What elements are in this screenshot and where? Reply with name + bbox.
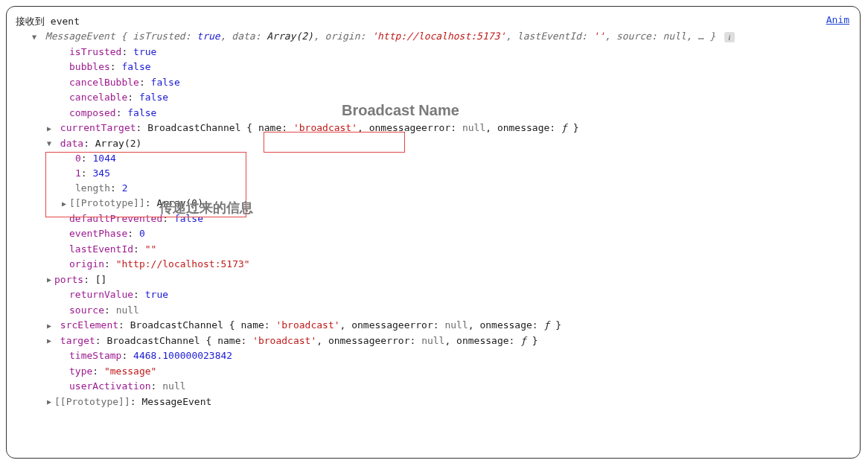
prop-row[interactable]: ▶timeStamp: 4468.100000023842 — [16, 348, 851, 364]
prop-row-ports[interactable]: ▶ports: [] — [16, 272, 851, 288]
disclosure-right-icon[interactable]: ▶ — [45, 333, 53, 348]
annotation-label-passed-info: 传递过来的信息 — [159, 199, 253, 217]
disclosure-down-icon[interactable]: ▼ — [31, 30, 38, 45]
prop-row[interactable]: ▶cancelBubble: false — [16, 75, 851, 91]
prop-row[interactable]: ▶returnValue: true — [16, 287, 851, 303]
prop-row-target[interactable]: ▶ target: BroadcastChannel { name: 'broa… — [16, 333, 851, 349]
prop-row[interactable]: ▶origin: "http://localhost:5173" — [16, 257, 851, 272]
prototype-row[interactable]: ▶[[Prototype]]: MessageEvent — [16, 395, 851, 410]
prop-row[interactable]: ▶bubbles: false — [16, 60, 851, 75]
prop-row-src-element[interactable]: ▶ srcElement: BroadcastChannel { name: '… — [16, 318, 851, 333]
class-name: MessageEvent — [45, 31, 115, 42]
prop-row[interactable]: ▶source: null — [16, 303, 851, 319]
disclosure-right-icon[interactable]: ▶ — [45, 121, 53, 136]
disclosure-right-icon[interactable]: ▶ — [45, 319, 53, 333]
prop-row[interactable]: ▶userActivation: null — [16, 379, 851, 395]
disclosure-right-icon[interactable]: ▶ — [60, 197, 68, 211]
prop-row-current-target[interactable]: ▶ currentTarget: BroadcastChannel { name… — [16, 121, 851, 136]
data-index-1[interactable]: 1: 345 — [16, 166, 851, 181]
prop-row[interactable]: ▶lastEventId: "" — [16, 242, 851, 258]
data-prototype[interactable]: ▶[[Prototype]]: Array(0) — [16, 196, 851, 211]
data-length[interactable]: length: 2 — [16, 181, 851, 196]
prop-row-data[interactable]: ▼ data: Array(2) — [16, 136, 851, 152]
disclosure-right-icon[interactable]: ▶ — [45, 272, 53, 287]
log-title: 接收到 event — [16, 14, 851, 29]
prop-row[interactable]: ▶isTrusted: true — [16, 45, 851, 60]
annotation-label-broadcast-name: Broadcast Name — [342, 102, 459, 119]
summary-line[interactable]: ▼ MessageEvent { isTrusted: true, data: … — [16, 29, 851, 45]
info-icon[interactable]: i — [724, 32, 735, 42]
prop-row[interactable]: ▶type: "message" — [16, 364, 851, 380]
prop-row[interactable]: ▶eventPhase: 0 — [16, 226, 851, 242]
disclosure-down-icon[interactable]: ▼ — [45, 136, 53, 151]
console-panel: Anim 接收到 event ▼ MessageEvent { isTruste… — [6, 6, 861, 459]
disclosure-right-icon[interactable]: ▶ — [45, 395, 53, 409]
prop-row[interactable]: ▶defaultPrevented: false — [16, 211, 851, 227]
data-index-0[interactable]: 0: 1044 — [16, 151, 851, 166]
